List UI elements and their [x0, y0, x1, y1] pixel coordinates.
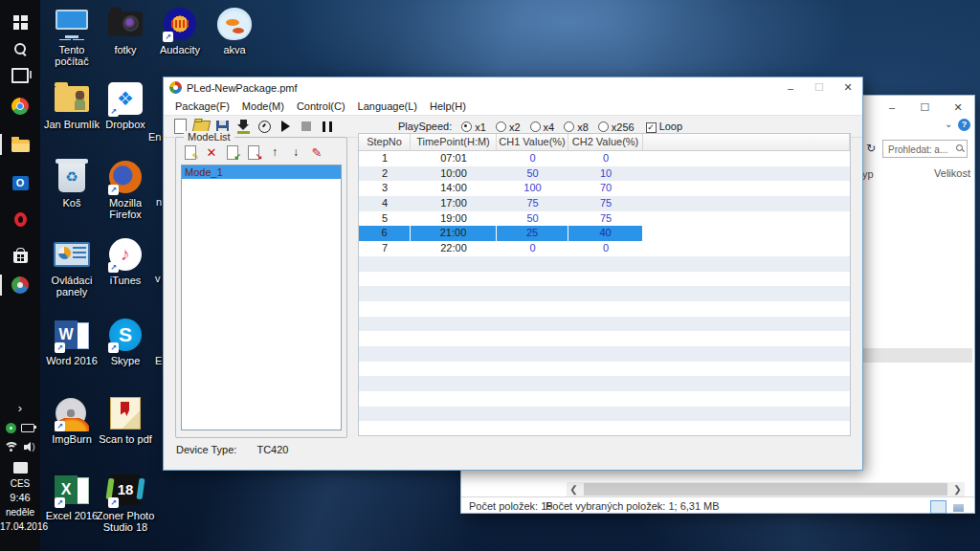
table-cell[interactable]	[643, 421, 850, 436]
file-list-row[interactable]: plikace6 4	[858, 348, 972, 364]
desktop-icon-word-2016[interactable]: ↗Word 2016	[41, 317, 102, 366]
file-list-row[interactable]: ozšíření aplikace1 4	[858, 303, 972, 319]
table-cell[interactable]	[359, 362, 411, 377]
table-cell[interactable]: 22:00	[411, 241, 497, 256]
table-row[interactable]	[359, 407, 850, 422]
playspeed-radio-x1[interactable]	[461, 121, 472, 132]
table-row[interactable]: 417:007575	[359, 196, 850, 211]
playspeed-radio-x256[interactable]	[598, 121, 609, 132]
pause-icon[interactable]	[318, 119, 337, 135]
desktop-icon-itunes[interactable]: ♪↗iTunes	[95, 236, 156, 286]
table-cell[interactable]	[411, 256, 497, 272]
table-cell[interactable]	[411, 331, 497, 346]
menu-helph[interactable]: Help(H)	[430, 100, 466, 112]
table-cell[interactable]: 75	[568, 196, 643, 211]
table-cell[interactable]	[411, 317, 497, 332]
table-row[interactable]	[359, 256, 850, 272]
file-list-row[interactable]: oubor UIF	[858, 333, 972, 348]
table-cell[interactable]	[643, 241, 850, 256]
desktop-icon-zoner-photo-studio[interactable]: 18↗Zoner Photo Studio 18	[95, 472, 156, 533]
table-cell[interactable]: 1	[359, 151, 411, 166]
table-cell[interactable]	[643, 331, 850, 346]
taskbar-start-icon[interactable]	[0, 8, 40, 36]
table-cell[interactable]	[359, 407, 411, 422]
table-cell[interactable]	[568, 376, 643, 391]
menu-modem[interactable]: Mode(M)	[242, 100, 284, 112]
table-cell[interactable]: 6	[359, 226, 411, 241]
table-cell[interactable]	[411, 407, 497, 422]
table-row[interactable]	[359, 391, 850, 407]
pled-close-button[interactable]: ✕	[834, 81, 862, 94]
table-cell[interactable]: 40	[568, 226, 643, 241]
step-table[interactable]: StepNoTimePoint(H:M)CH1 Value(%)CH2 Valu…	[358, 133, 851, 436]
taskbar-pled-app-icon[interactable]	[0, 271, 40, 299]
taskbar-windows-store-icon[interactable]	[0, 241, 40, 270]
step-table-header-4[interactable]	[643, 134, 850, 150]
table-row[interactable]: 621:002540	[359, 226, 850, 241]
table-cell[interactable]	[568, 391, 643, 407]
table-cell[interactable]: 10:00	[411, 166, 497, 182]
table-row[interactable]	[359, 376, 850, 391]
table-cell[interactable]	[359, 317, 411, 332]
move-down-icon[interactable]: ↓	[285, 144, 306, 160]
desktop-icon-excel-2016[interactable]: ↗Excel 2016	[41, 472, 102, 521]
table-cell[interactable]	[497, 421, 568, 436]
table-cell[interactable]	[497, 301, 568, 317]
table-row[interactable]: 314:0010070	[359, 181, 850, 196]
menu-packagef[interactable]: Package(F)	[175, 100, 230, 112]
table-cell[interactable]	[568, 331, 643, 346]
edit-mode-icon[interactable]: ✎	[306, 144, 327, 160]
pled-minimize-button[interactable]: –	[776, 82, 805, 94]
column-header-size[interactable]: Velikost	[921, 167, 970, 179]
table-row[interactable]	[359, 362, 850, 377]
step-table-body[interactable]: 107:0100210:005010314:0010070417:0075755…	[359, 151, 850, 436]
step-table-header[interactable]: StepNoTimePoint(H:M)CH1 Value(%)CH2 Valu…	[359, 134, 850, 151]
taskbar-file-explorer-icon[interactable]	[0, 130, 40, 159]
loop-checkbox[interactable]: ✓	[646, 122, 657, 133]
playspeed-radio-x2[interactable]	[496, 121, 506, 132]
table-row[interactable]: 107:0100	[359, 151, 850, 166]
file-list-row[interactable]: astavení konfigu...	[858, 378, 972, 393]
table-cell[interactable]	[497, 407, 568, 422]
pled-titlebar[interactable]: PLed-NewPackage.pmf – ☐ ✕	[164, 77, 862, 98]
table-cell[interactable]: 0	[497, 151, 568, 166]
scroll-right-icon[interactable]: ❯	[950, 482, 965, 496]
file-list-row[interactable]: ozšíření aplikace6 8	[858, 259, 972, 275]
table-cell[interactable]: 25	[497, 226, 568, 241]
desktop-icon-fotky[interactable]: fotky	[95, 6, 156, 55]
table-row[interactable]	[359, 331, 850, 346]
desktop-icon-scan-to-pdf[interactable]: Scan to pdf	[95, 395, 156, 445]
import-mode-icon[interactable]: ↙	[222, 144, 243, 160]
table-cell[interactable]	[643, 256, 850, 272]
table-cell[interactable]	[568, 256, 643, 272]
download-to-device-icon[interactable]	[234, 119, 253, 135]
scrollbar-thumb[interactable]	[584, 483, 947, 496]
taskbar-outlook-icon[interactable]: O	[0, 168, 40, 197]
desktop-icon-audacity[interactable]: ↗Audacity	[149, 6, 211, 55]
explorer-minimize-button[interactable]: –	[878, 101, 906, 113]
menu-languagel[interactable]: Language(L)	[358, 100, 417, 112]
table-cell[interactable]	[497, 331, 568, 346]
file-list-row[interactable]: oubor TMF	[858, 274, 972, 289]
table-cell[interactable]	[568, 346, 643, 362]
table-cell[interactable]: 7	[359, 241, 411, 256]
table-cell[interactable]: 0	[568, 241, 643, 256]
table-cell[interactable]	[643, 286, 850, 301]
taskbar-task-view-icon[interactable]	[0, 61, 40, 90]
file-list-row[interactable]: oubor TMF	[858, 185, 972, 200]
table-cell[interactable]: 4	[359, 196, 411, 211]
desktop-icon-jan-brumlik[interactable]: Jan Brumlík	[41, 80, 102, 130]
table-row[interactable]	[359, 272, 850, 287]
table-cell[interactable]: 21:00	[411, 226, 497, 241]
table-cell[interactable]	[411, 362, 497, 377]
table-cell[interactable]	[359, 331, 411, 346]
playspeed-radio-x8[interactable]	[564, 121, 574, 132]
tray-language[interactable]: CES	[0, 478, 40, 489]
table-cell[interactable]	[497, 346, 568, 362]
table-cell[interactable]	[568, 362, 643, 377]
file-list-row[interactable]: ozšíření aplikace7	[858, 289, 972, 304]
step-table-header-0[interactable]: StepNo	[359, 134, 411, 150]
table-cell[interactable]	[643, 211, 850, 227]
table-cell[interactable]: 0	[497, 241, 568, 256]
table-cell[interactable]	[643, 376, 850, 391]
